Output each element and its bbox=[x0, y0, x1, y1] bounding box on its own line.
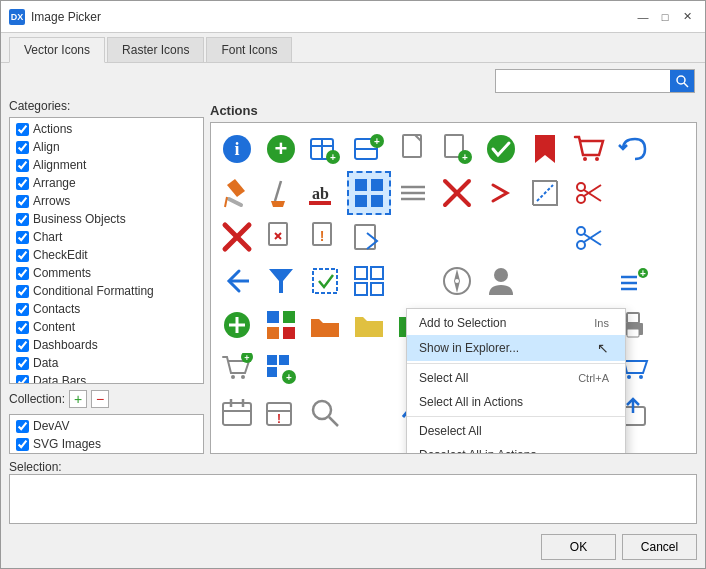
icon-cell-paint-bucket[interactable] bbox=[215, 171, 259, 215]
icon-cell-arrow-back[interactable] bbox=[215, 259, 259, 303]
icon-cell-add-circle-small[interactable] bbox=[215, 303, 259, 347]
close-button[interactable]: ✕ bbox=[677, 7, 697, 27]
icon-cell-folder2[interactable] bbox=[347, 303, 391, 347]
search-button[interactable] bbox=[670, 70, 694, 92]
tab-raster-icons[interactable]: Raster Icons bbox=[107, 37, 204, 62]
icon-cell-grid-add[interactable]: + bbox=[259, 347, 303, 391]
category-item-arrows[interactable]: Arrows bbox=[12, 192, 201, 210]
icon-cell-empty4[interactable] bbox=[479, 215, 523, 259]
icon-cell-checkmark[interactable] bbox=[479, 127, 523, 171]
icon-cell-scissors[interactable] bbox=[567, 171, 611, 215]
icon-cell-page-blank[interactable] bbox=[391, 127, 435, 171]
icon-cell-empty3[interactable] bbox=[435, 215, 479, 259]
icon-cell-add-circle[interactable]: + bbox=[259, 127, 303, 171]
icon-cell-empty6[interactable] bbox=[611, 215, 655, 259]
category-checkbox-business[interactable] bbox=[16, 213, 29, 226]
icon-cell-person[interactable] bbox=[479, 259, 523, 303]
category-item-checkedit[interactable]: CheckEdit bbox=[12, 246, 201, 264]
icon-cell-grid2[interactable] bbox=[347, 259, 391, 303]
ctx-add-to-selection[interactable]: Add to Selection Ins bbox=[407, 311, 625, 335]
icon-cell-broom[interactable] bbox=[259, 171, 303, 215]
category-item-alignment[interactable]: Alignment bbox=[12, 156, 201, 174]
collection-checkbox-devav[interactable] bbox=[16, 420, 29, 433]
category-item-content[interactable]: Content bbox=[12, 318, 201, 336]
icon-cell-compass[interactable] bbox=[435, 259, 479, 303]
icon-cell-doc-arrow[interactable] bbox=[347, 215, 391, 259]
ctx-select-all[interactable]: Select All Ctrl+A bbox=[407, 366, 625, 390]
icon-cell-grid-colored[interactable] bbox=[259, 303, 303, 347]
icon-cell-resize[interactable] bbox=[523, 171, 567, 215]
category-checkbox-actions[interactable] bbox=[16, 123, 29, 136]
category-item-chart[interactable]: Chart bbox=[12, 228, 201, 246]
icon-cell-add-table[interactable]: + bbox=[303, 127, 347, 171]
icon-cell-empty5[interactable] bbox=[523, 215, 567, 259]
maximize-button[interactable]: □ bbox=[655, 7, 675, 27]
icon-cell-empty9[interactable] bbox=[567, 259, 611, 303]
category-checkbox-data[interactable] bbox=[16, 357, 29, 370]
category-item-contacts[interactable]: Contacts bbox=[12, 300, 201, 318]
tab-vector-icons[interactable]: Vector Icons bbox=[9, 37, 105, 63]
collection-add-button[interactable]: + bbox=[69, 390, 87, 408]
tab-font-icons[interactable]: Font Icons bbox=[206, 37, 292, 62]
icon-cell-doc-warn[interactable]: ! bbox=[303, 215, 347, 259]
icon-cell-empty2[interactable] bbox=[391, 215, 435, 259]
icon-cell-select-rect[interactable] bbox=[303, 259, 347, 303]
icon-cell-page-add[interactable]: + bbox=[435, 127, 479, 171]
category-checkbox-content[interactable] bbox=[16, 321, 29, 334]
icon-cell-filter[interactable] bbox=[259, 259, 303, 303]
category-checkbox-conditional[interactable] bbox=[16, 285, 29, 298]
category-checkbox-contacts[interactable] bbox=[16, 303, 29, 316]
ctx-show-explorer[interactable]: Show in Explorer... ↖ bbox=[407, 335, 625, 361]
icon-cell-folder-open[interactable] bbox=[303, 303, 347, 347]
category-item-align[interactable]: Align bbox=[12, 138, 201, 156]
collection-item-svg[interactable]: SVG Images bbox=[12, 435, 201, 453]
ctx-deselect-all-actions[interactable]: Deselect All in Actions bbox=[407, 443, 625, 454]
icon-cell-empty17[interactable] bbox=[347, 391, 391, 435]
category-checkbox-arrange[interactable] bbox=[16, 177, 29, 190]
category-checkbox-arrows[interactable] bbox=[16, 195, 29, 208]
icon-cell-grid-selected[interactable] bbox=[347, 171, 391, 215]
category-checkbox-checkedit[interactable] bbox=[16, 249, 29, 262]
icon-cell-empty11[interactable] bbox=[347, 347, 391, 391]
category-checkbox-alignment[interactable] bbox=[16, 159, 29, 172]
icon-cell-cart[interactable] bbox=[567, 127, 611, 171]
icon-cell-bookmark[interactable] bbox=[523, 127, 567, 171]
icon-cell-info[interactable]: i bbox=[215, 127, 259, 171]
category-checkbox-comments[interactable] bbox=[16, 267, 29, 280]
icon-cell-scissors-blue[interactable] bbox=[567, 215, 611, 259]
icon-cell-ab[interactable]: ab bbox=[303, 171, 347, 215]
icon-cell-x-bold[interactable] bbox=[215, 215, 259, 259]
category-item-comments[interactable]: Comments bbox=[12, 264, 201, 282]
icon-cell-list-view[interactable] bbox=[391, 171, 435, 215]
category-checkbox-chart[interactable] bbox=[16, 231, 29, 244]
icon-cell-plus-lines[interactable]: + bbox=[611, 259, 655, 303]
icon-cell-search[interactable] bbox=[303, 391, 347, 435]
category-item-arrange[interactable]: Arrange bbox=[12, 174, 201, 192]
category-checkbox-dashboards[interactable] bbox=[16, 339, 29, 352]
icon-cell-add-row[interactable]: + bbox=[347, 127, 391, 171]
icon-cell-cart-add[interactable]: + bbox=[215, 347, 259, 391]
icon-cell-cal[interactable] bbox=[215, 391, 259, 435]
category-item-actions[interactable]: Actions bbox=[12, 120, 201, 138]
category-item-dashboards[interactable]: Dashboards bbox=[12, 336, 201, 354]
minimize-button[interactable]: — bbox=[633, 7, 653, 27]
icon-cell-cal-warn[interactable]: ! bbox=[259, 391, 303, 435]
cancel-button[interactable]: Cancel bbox=[622, 534, 697, 560]
icon-cell-arrow-right-red[interactable] bbox=[479, 171, 523, 215]
search-input[interactable] bbox=[496, 74, 670, 88]
icon-cell-x-red[interactable] bbox=[435, 171, 479, 215]
icon-cell-empty1[interactable] bbox=[611, 171, 655, 215]
category-item-conditional[interactable]: Conditional Formatting bbox=[12, 282, 201, 300]
category-checkbox-databars[interactable] bbox=[16, 375, 29, 385]
collection-checkbox-svg[interactable] bbox=[16, 438, 29, 451]
category-item-databars[interactable]: Data Bars bbox=[12, 372, 201, 384]
ctx-deselect-all[interactable]: Deselect All bbox=[407, 419, 625, 443]
icon-cell-empty7[interactable] bbox=[391, 259, 435, 303]
ctx-select-all-actions[interactable]: Select All in Actions bbox=[407, 390, 625, 414]
category-item-business-objects[interactable]: Business Objects bbox=[12, 210, 201, 228]
collection-item-devav[interactable]: DevAV bbox=[12, 417, 201, 435]
icon-cell-empty8[interactable] bbox=[523, 259, 567, 303]
icon-cell-empty10[interactable] bbox=[303, 347, 347, 391]
collection-remove-button[interactable]: − bbox=[91, 390, 109, 408]
category-checkbox-align[interactable] bbox=[16, 141, 29, 154]
